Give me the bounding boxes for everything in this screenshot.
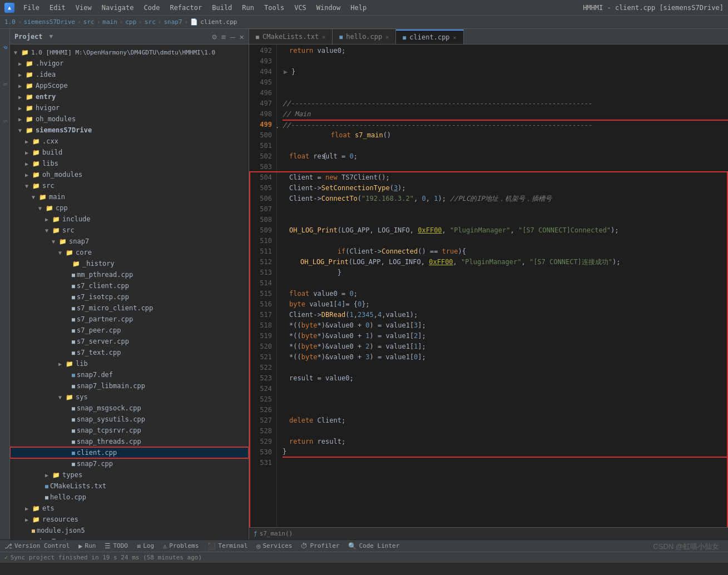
menu-help[interactable]: Help — [346, 3, 371, 13]
breadcrumb-version[interactable]: 1.0 — [4, 18, 16, 26]
tree-lib-folder[interactable]: ▶ 📁 lib — [10, 358, 249, 369]
code-line-524 — [283, 384, 728, 394]
breadcrumb-project[interactable]: siemensS7Drive — [24, 18, 76, 26]
tree-s7client-file[interactable]: ▶ ■ s7_client.cpp — [10, 280, 249, 291]
code-lines[interactable]: return value0; ▶ } //-------------------… — [277, 44, 728, 527]
tree-snap7-folder[interactable]: ▼ 📁 snap7 — [10, 236, 249, 247]
todo-item[interactable]: ☰ TODO — [105, 542, 128, 550]
tree-s7text-file[interactable]: ▶ ■ s7_text.cpp — [10, 347, 249, 358]
breadcrumb-cpp[interactable]: cpp — [125, 18, 136, 26]
breadcrumb-src[interactable]: src — [83, 18, 95, 26]
tree-s7partner-file[interactable]: ▶ ■ s7_partner.cpp — [10, 314, 249, 325]
tree-cmakefile[interactable]: ▶ ■ CMakeLists.txt — [10, 480, 249, 492]
tree-snap7def-file[interactable]: ▶ ■ snap7.def — [10, 369, 249, 380]
sidebar-icon-structure[interactable]: S — [1, 105, 9, 138]
tree-hvigor2-folder[interactable]: ▶ 📁 hvigor — [10, 102, 249, 113]
sidebar-icon-bookmarks[interactable]: B — [1, 68, 9, 101]
tree-ohostest-folder[interactable]: ▶ 📁 ohosTest — [10, 536, 249, 539]
code-line-497: //--------------------------------------… — [283, 98, 728, 109]
tree-history-folder[interactable]: ▶ 📁 _history — [10, 258, 249, 269]
terminal-item[interactable]: ⬛ Terminal — [207, 542, 247, 550]
tree-sys-folder[interactable]: ▼ 📁 sys — [10, 391, 249, 403]
tree-idea-folder[interactable]: ▶ 📁 .idea — [10, 69, 249, 80]
tab-hello-close[interactable]: ✕ — [385, 34, 389, 40]
tree-core-folder[interactable]: ▼ 📁 core — [10, 247, 249, 258]
tree-snapmsg-file[interactable]: ▶ ■ snap_msgsock.cpp — [10, 403, 249, 414]
tree-snap7cpp-file[interactable]: ▶ ■ snap7.cpp — [10, 458, 249, 469]
tree-s7microclient-file[interactable]: ▶ ■ s7_micro_client.cpp — [10, 303, 249, 314]
tree-types-folder[interactable]: ▶ 📁 types — [10, 469, 249, 480]
tree-include-folder[interactable]: ▶ 📁 include — [10, 214, 249, 225]
menu-window[interactable]: Window — [312, 3, 345, 13]
menu-code[interactable]: Code — [140, 3, 165, 13]
menu-run[interactable]: Run — [237, 3, 259, 13]
menu-navigate[interactable]: Navigate — [97, 3, 138, 13]
tab-hello[interactable]: ■ hello.cpp ✕ — [333, 29, 396, 44]
tree-appscope-folder[interactable]: ▶ 📁 AppScope — [10, 80, 249, 91]
toolbar-cog-icon[interactable]: ⚙ — [212, 32, 216, 41]
tree-snap7lib-file[interactable]: ▶ ■ snap7_libmain.cpp — [10, 380, 249, 391]
code-content: 492 493 494 495 496 497 498 499 500 501 … — [249, 44, 728, 527]
tree-ohmodules-folder[interactable]: ▶ 📁 oh_modules — [10, 113, 249, 125]
tab-cmake[interactable]: ■ CMakeLists.txt ✕ — [249, 29, 333, 44]
tree-hvigor-folder[interactable]: ▶ 📁 .hvigor — [10, 58, 249, 69]
menu-file[interactable]: File — [19, 3, 44, 13]
code-line-498: // Main — [283, 109, 728, 120]
menu-edit[interactable]: Edit — [45, 3, 70, 13]
menu-refactor[interactable]: Refactor — [165, 3, 206, 13]
tree-root[interactable]: ▼ 📁 1.0 [HMHMI] M:\OpenHarmony\DM4GDTU\d… — [10, 47, 249, 58]
tab-cmake-close[interactable]: ✕ — [322, 34, 325, 40]
services-item[interactable]: ◎ Services — [256, 542, 292, 550]
profiler-label: Profiler — [310, 542, 339, 549]
sidebar-icon-project[interactable]: P — [1, 31, 9, 65]
tree-snapthreads-file[interactable]: ▶ ■ snap_threads.cpp — [10, 436, 249, 447]
breadcrumb-main[interactable]: main — [102, 18, 117, 26]
tree-s7isotcp-file[interactable]: ▶ ■ s7_isotcp.cpp — [10, 291, 249, 303]
tree-build-folder[interactable]: ▶ 📁 build — [10, 147, 249, 158]
tab-client-close[interactable]: ✕ — [453, 34, 457, 41]
tree-s7server-file[interactable]: ▶ ■ s7_server.cpp — [10, 336, 249, 347]
toolbar-close-icon[interactable]: ✕ — [240, 32, 244, 41]
tree-clientcpp-file[interactable]: ▶ ■ client.cpp — [10, 447, 249, 458]
tab-client[interactable]: ■ client.cpp ✕ — [396, 29, 463, 44]
tree-mmpthread-file[interactable]: ▶ ■ mm_pthread.cpp — [10, 269, 249, 280]
tree-snap7lib-label: snap7_libmain.cpp — [77, 382, 145, 390]
tabs-bar: ■ CMakeLists.txt ✕ ■ hello.cpp ✕ ■ clien… — [249, 29, 728, 44]
toolbar-expand-icon[interactable]: ≡ — [221, 32, 226, 41]
tree-ets-folder[interactable]: ▶ 📁 ets — [10, 503, 249, 514]
watermark: CSDN @虹喵小仙女 — [653, 542, 719, 552]
log-item[interactable]: ≡ Log — [137, 542, 154, 550]
breadcrumb-snap7[interactable]: snap7 — [164, 18, 182, 26]
code-linter-item[interactable]: 🔍 Code Linter — [348, 542, 399, 550]
tree-main-folder[interactable]: ▼ 📁 main — [10, 191, 249, 202]
project-tree: ▼ 📁 1.0 [HMHMI] M:\OpenHarmony\DM4GDTU\d… — [10, 44, 249, 539]
breadcrumb-filename[interactable]: client.cpp — [200, 18, 237, 26]
tree-src-folder[interactable]: ▼ 📁 src — [10, 180, 249, 191]
problems-item[interactable]: ⚠ Problems — [163, 542, 199, 550]
tree-lib-label: lib — [76, 360, 88, 368]
tree-hellocpp-file[interactable]: ▶ ■ hello.cpp — [10, 492, 249, 503]
tree-modulejson-file[interactable]: ▶ ■ module.json5 — [10, 525, 249, 536]
tree-entry-folder[interactable]: ▶ 📁 entry — [10, 91, 249, 102]
menu-build[interactable]: Build — [207, 3, 236, 13]
profiler-item[interactable]: ⏱ Profiler — [301, 542, 339, 550]
tree-cxx-folder[interactable]: ▶ 📁 .cxx — [10, 136, 249, 147]
run-item[interactable]: ▶ Run — [78, 542, 96, 550]
tree-snaptcp-file[interactable]: ▶ ■ snap_tcpsrvr.cpp — [10, 425, 249, 436]
toolbar-collapse-icon[interactable]: – — [230, 32, 235, 41]
tree-libs-folder[interactable]: ▶ 📁 libs — [10, 158, 249, 169]
tree-snapsys-file[interactable]: ▶ ■ snap_sysutils.cpp — [10, 414, 249, 425]
tree-s7peer-file[interactable]: ▶ ■ s7_peer.cpp — [10, 325, 249, 336]
tree-cpp-folder[interactable]: ▼ 📁 cpp — [10, 202, 249, 214]
project-dropdown-arrow[interactable]: ▼ — [49, 33, 53, 40]
menu-vcs[interactable]: VCS — [290, 3, 311, 13]
menu-view[interactable]: View — [71, 3, 96, 13]
version-control-item[interactable]: ⎇ Version Control — [4, 542, 70, 550]
tree-ohmodules2-folder[interactable]: ▶ 📁 oh_modules — [10, 169, 249, 180]
tree-siemens-folder[interactable]: ▼ 📁 siemensS7Drive — [10, 125, 249, 136]
breadcrumb-src2[interactable]: src — [145, 18, 156, 26]
version-control-icon: ⎇ — [4, 542, 12, 550]
tree-resources-folder[interactable]: ▶ 📁 resources — [10, 514, 249, 525]
menu-tools[interactable]: Tools — [260, 3, 289, 13]
tree-src2-folder[interactable]: ▼ 📁 src — [10, 225, 249, 236]
